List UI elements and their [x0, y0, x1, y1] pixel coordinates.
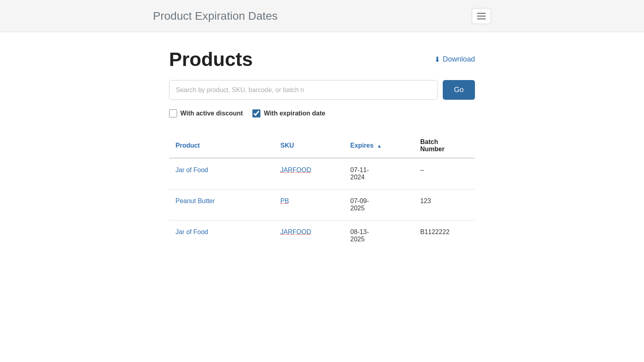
sort-asc-icon: ▲ [377, 143, 382, 149]
main-content: Products ⬇ Download Go With active disco… [161, 32, 483, 267]
download-icon: ⬇ [434, 55, 440, 64]
page-header: Products ⬇ Download [169, 48, 475, 70]
table-header: Product SKU Expires ▲ BatchNumber [169, 134, 475, 158]
table-body: Jar of Food JARFOOD 07-11-2024 – Peanut … [169, 158, 475, 251]
col-expires-label: Expires [350, 142, 374, 149]
cell-sku-2: PB [274, 189, 344, 220]
col-sku-label: SKU [281, 142, 294, 149]
products-table: Product SKU Expires ▲ BatchNumber Jar of… [169, 134, 475, 251]
product-link-1[interactable]: Jar of Food [175, 167, 208, 173]
product-link-2[interactable]: Peanut Butter [175, 197, 215, 204]
cell-sku-3: JARFOOD [274, 220, 344, 251]
cell-expires-3: 08-13-2025 [344, 220, 414, 251]
active-discount-label: With active discount [180, 110, 243, 117]
hamburger-line-1 [477, 13, 486, 14]
search-input[interactable] [169, 80, 438, 100]
expiration-date-label: With expiration date [264, 110, 325, 117]
col-header-expires[interactable]: Expires ▲ [344, 134, 414, 158]
cell-expires-1: 07-11-2024 [344, 158, 414, 189]
cell-sku-1: JARFOOD [274, 158, 344, 189]
cell-product-1: Jar of Food [169, 158, 274, 189]
navbar-title: Product Expiration Dates [153, 10, 278, 23]
cell-batch-1: – [414, 158, 475, 189]
sku-link-2[interactable]: PB [281, 197, 289, 204]
col-header-sku[interactable]: SKU [274, 134, 344, 158]
col-product-label: Product [175, 142, 200, 149]
download-label: Download [443, 55, 475, 64]
filter-active-discount[interactable]: With active discount [169, 109, 243, 117]
table-header-row: Product SKU Expires ▲ BatchNumber [169, 134, 475, 158]
cell-batch-3: B1122222 [414, 220, 475, 251]
filter-expiration-date[interactable]: With expiration date [252, 109, 325, 117]
expiration-date-checkbox[interactable] [252, 109, 260, 117]
table-row: Jar of Food JARFOOD 08-13-2025 B1122222 [169, 220, 475, 251]
navbar-toggle-button[interactable] [472, 8, 491, 24]
table-row: Jar of Food JARFOOD 07-11-2024 – [169, 158, 475, 189]
download-link[interactable]: ⬇ Download [434, 55, 475, 64]
product-link-3[interactable]: Jar of Food [175, 228, 208, 235]
cell-expires-2: 07-09-2025 [344, 189, 414, 220]
page-title: Products [169, 48, 253, 70]
cell-batch-2: 123 [414, 189, 475, 220]
cell-product-3: Jar of Food [169, 220, 274, 251]
filter-row: With active discount With expiration dat… [169, 109, 475, 117]
hamburger-line-3 [477, 19, 486, 19]
col-batch-label: BatchNumber [420, 138, 444, 152]
navbar: Product Expiration Dates [0, 0, 644, 32]
col-header-product[interactable]: Product [169, 134, 274, 158]
go-button[interactable]: Go [443, 80, 475, 100]
sku-link-3[interactable]: JARFOOD [281, 228, 311, 235]
search-row: Go [169, 80, 475, 100]
sku-link-1[interactable]: JARFOOD [281, 167, 311, 173]
hamburger-line-2 [477, 16, 486, 16]
table-row: Peanut Butter PB 07-09-2025 123 [169, 189, 475, 220]
col-header-batch: BatchNumber [414, 134, 475, 158]
cell-product-2: Peanut Butter [169, 189, 274, 220]
active-discount-checkbox[interactable] [169, 109, 177, 117]
